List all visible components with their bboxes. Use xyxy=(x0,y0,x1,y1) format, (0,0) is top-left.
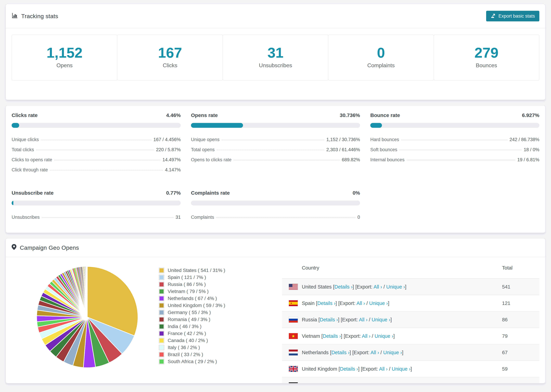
rate-row-label: Internal bounces xyxy=(370,157,404,162)
rate-head: Opens rate30.736% xyxy=(191,112,360,118)
details-link[interactable]: Details › xyxy=(334,284,353,290)
stat-label: Complaints xyxy=(328,62,433,69)
dotted-leader xyxy=(407,160,515,160)
legend-swatch-color xyxy=(160,282,164,287)
legend-item: Brazil ( 33 / 2% ) xyxy=(159,351,282,358)
export-unique-link[interactable]: Unique › xyxy=(392,366,410,372)
country-name: Russia xyxy=(302,317,318,322)
export-all-link[interactable]: All › xyxy=(356,301,365,306)
geo-table: Country Total United States [Details ›] … xyxy=(282,257,539,384)
rate-title: Unsubscribe rate xyxy=(12,190,54,196)
export-unique-link[interactable]: Unique › xyxy=(377,383,396,384)
rate-row-value: 2,303 / 61.446% xyxy=(326,147,360,152)
total-cell: 541 xyxy=(502,284,539,290)
details-link[interactable]: Details › xyxy=(332,350,350,355)
bracket-text: [ xyxy=(333,284,334,290)
progress-bar xyxy=(370,123,539,128)
legend-swatch xyxy=(159,310,164,315)
bracket-text: ] xyxy=(393,333,395,339)
stat-value: 1,152 xyxy=(12,44,117,61)
legend-swatch xyxy=(159,359,164,364)
export-unique-link[interactable]: Unique › xyxy=(374,333,393,339)
details-link[interactable]: Details › xyxy=(317,301,335,306)
separator-text: / xyxy=(367,317,372,322)
legend-swatch xyxy=(159,345,164,350)
details-link[interactable]: Details › xyxy=(320,317,338,322)
legend-item: Vietnam ( 79 / 5% ) xyxy=(159,288,282,295)
legend-item: Spain ( 121 / 7% ) xyxy=(159,274,282,281)
legend-item: India ( 46 / 3% ) xyxy=(159,323,282,330)
export-basic-stats-button[interactable]: Export basic stats xyxy=(486,11,539,21)
total-cell: 121 xyxy=(502,301,539,306)
export-all-link[interactable]: All › xyxy=(359,317,367,322)
country-name: Vietnam xyxy=(302,333,321,339)
details-link[interactable]: Details › xyxy=(340,366,358,372)
rate-row-soft-bounces: Soft bounces18 / 0% xyxy=(370,145,539,155)
dotted-leader xyxy=(233,160,340,160)
rate-value: 4.46% xyxy=(166,112,181,118)
total-cell: 55 xyxy=(502,383,539,384)
geo-pie-chart[interactable] xyxy=(36,266,139,368)
rate-row-label: Soft bounces xyxy=(370,147,397,152)
export-all-link[interactable]: All › xyxy=(362,333,370,339)
details-link[interactable]: Details › xyxy=(323,333,341,339)
stat-label: Bounces xyxy=(434,62,539,69)
country-cell: Russia [Details ›] [Export: All › / Uniq… xyxy=(302,317,502,322)
flag-icon-vn xyxy=(289,333,298,339)
rate-title: Opens rate xyxy=(191,112,218,118)
rate-title: Bounce rate xyxy=(370,112,400,118)
details-link[interactable]: Details › xyxy=(325,383,343,384)
bracket-text: ] [Export: xyxy=(338,317,359,322)
bracket-text: ] [Export: xyxy=(341,333,362,339)
legend-swatch xyxy=(159,296,164,301)
progress-bar-fill xyxy=(370,123,382,128)
country-cell: Netherlands [Details ›] [Export: All › /… xyxy=(302,350,502,355)
bracket-text: [ xyxy=(318,317,320,322)
legend-swatch xyxy=(159,338,164,343)
export-all-link[interactable]: All › xyxy=(374,284,382,290)
bracket-text: [ xyxy=(330,350,331,355)
legend-item: Russia ( 86 / 5% ) xyxy=(159,281,282,288)
legend-swatch-color xyxy=(160,289,164,294)
dotted-leader xyxy=(217,150,324,150)
progress-bar-fill xyxy=(12,201,13,205)
rate-row-value: 4.147% xyxy=(165,167,181,173)
legend-label: Spain ( 121 / 7% ) xyxy=(168,275,206,280)
legend-label: South Africa ( 29 / 2% ) xyxy=(168,359,217,364)
legend-label: Russia ( 86 / 5% ) xyxy=(168,282,206,287)
stat-value: 0 xyxy=(328,44,433,61)
total-cell: 79 xyxy=(502,333,539,339)
legend-label: Netherlands ( 67 / 4% ) xyxy=(168,296,217,301)
country-name: Spain xyxy=(302,301,316,306)
map-marker-icon xyxy=(12,244,16,251)
legend-swatch-color xyxy=(160,275,164,280)
legend-item: Romania ( 49 / 3% ) xyxy=(159,316,282,323)
geo-table-body: United States [Details ›] [Export: All ›… xyxy=(282,279,539,384)
rate-block-opens-rate: Opens rate30.736%Unique opens1,152 / 30.… xyxy=(191,112,360,175)
legend-item: Italy ( 36 / 2% ) xyxy=(159,344,282,351)
export-unique-link[interactable]: Unique › xyxy=(372,317,390,322)
export-unique-link[interactable]: Unique › xyxy=(383,350,402,355)
legend-swatch xyxy=(159,275,164,280)
legend-swatch-color xyxy=(160,331,164,336)
rate-row-clicks-to-opens-rate: Clicks to opens rate14.497% xyxy=(12,155,181,165)
rate-row-value: 689.82% xyxy=(342,157,360,162)
export-all-link[interactable]: All › xyxy=(370,350,379,355)
rate-row-value: 242 / 86.738% xyxy=(509,137,539,142)
export-all-link[interactable]: All › xyxy=(364,383,373,384)
flag-icon-ru xyxy=(289,317,298,322)
legend-swatch-color xyxy=(160,303,164,308)
legend-item: Germany ( 55 / 3% ) xyxy=(159,309,282,316)
export-unique-link[interactable]: Unique › xyxy=(386,284,405,290)
table-row-spain: Spain [Details ›] [Export: All › / Uniqu… xyxy=(282,295,539,312)
bracket-text: ] xyxy=(410,366,412,372)
geo-title-group: Campaign Geo Opens xyxy=(12,244,79,251)
tracking-stats-card: Tracking stats Export basic stats 1,152O… xyxy=(6,4,545,100)
stat-value: 279 xyxy=(434,44,539,61)
country-cell: Spain [Details ›] [Export: All › / Uniqu… xyxy=(302,301,502,306)
legend-swatch xyxy=(159,331,164,336)
country-name: Netherlands xyxy=(302,350,330,355)
export-unique-link[interactable]: Unique › xyxy=(369,301,388,306)
export-all-link[interactable]: All › xyxy=(379,366,388,372)
flag-icon-es xyxy=(289,300,298,306)
